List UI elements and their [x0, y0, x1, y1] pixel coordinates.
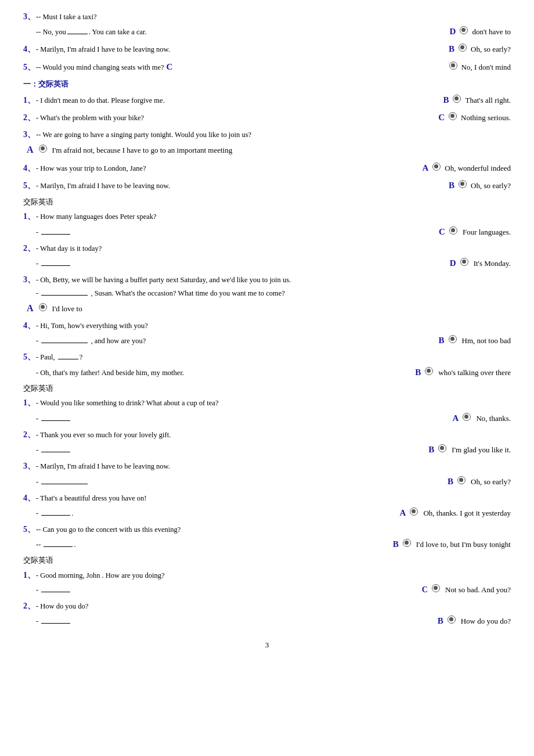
question-block: 5、 - Paul, ? - Oh, that's my father! And… — [23, 351, 511, 379]
answer-letter: C — [422, 584, 428, 596]
answer-text: Four languages. — [463, 226, 511, 239]
answer-letter: B — [393, 537, 399, 551]
radio-filled — [449, 62, 457, 70]
answer-letter: B — [438, 333, 444, 347]
q-text: - Oh, Betty, we will be having a buffet … — [36, 274, 511, 286]
blank — [41, 420, 70, 421]
question-block: 4、 - How was your trip to London, Jane? … — [23, 161, 511, 175]
q-text: - How many languages does Peter speak? — [36, 211, 511, 222]
radio-filled — [460, 26, 468, 34]
q-number: 1、 — [23, 569, 36, 582]
q-number: 4、 — [23, 492, 36, 505]
blank — [41, 592, 70, 592]
q-text: - — [36, 615, 435, 627]
q-text: - Hi, Tom, how's everything with you? — [36, 320, 511, 332]
answer-letter: B — [415, 365, 421, 379]
radio-filled — [457, 476, 466, 484]
q-text: - Thank you ever so much for your lovely… — [36, 429, 511, 441]
q-spacer — [23, 476, 36, 488]
radio-filled — [410, 507, 418, 516]
section-2: 交际英语 1、 - How many languages does Peter … — [23, 196, 511, 379]
q-line: 5、 - Marilyn, I'm afraid I have to be le… — [23, 178, 511, 192]
q-text: - Marilyn, I'm afraid I have to be leavi… — [36, 180, 446, 192]
q-line: 1、 - How many languages does Peter speak… — [23, 210, 511, 223]
section-1: 一：交际英语 1、 - I didn't mean to do that. Pl… — [23, 78, 511, 192]
q-spacer — [23, 615, 36, 628]
q-line: -- No, you. You can take a car. D don't … — [23, 24, 511, 38]
q-text: - — [36, 226, 436, 238]
answer-letter: D — [450, 256, 456, 270]
answer-text: I'm afraid not, because I have to go to … — [52, 145, 233, 157]
top-questions: 3、 -- Must I take a taxi? -- No, you. Yo… — [23, 10, 511, 74]
q-line: - . A Oh, thanks. I got it yesterday — [23, 506, 511, 520]
q-number: 1、 — [23, 94, 36, 107]
q-line: 4、 - Hi, Tom, how's everything with you? — [23, 319, 511, 332]
q-text: - Paul, ? — [36, 351, 511, 363]
answer-letter: A — [422, 161, 428, 175]
q-text: - How was your trip to London, Jane? — [36, 163, 420, 174]
q-line: - D It's Monday. — [23, 256, 511, 270]
q-line: - B Oh, so early? — [23, 474, 511, 488]
question-block: 2、 - What day is it today? - D It's Mond… — [23, 242, 511, 270]
q-spacer — [23, 26, 36, 38]
question-block: 3、 -- Must I take a taxi? -- No, you. Yo… — [23, 10, 511, 38]
answer-letter: A — [453, 411, 459, 425]
q-text: - I didn't mean to do that. Please forgi… — [36, 95, 441, 106]
answer-text: don't have to — [472, 26, 511, 38]
q-spacer — [23, 287, 36, 300]
q-number: 3、 — [23, 128, 36, 141]
blank — [41, 265, 70, 266]
q-text: -- Can you go to the concert with us thi… — [36, 524, 511, 535]
q-line: A I'm afraid not, because I have to go t… — [23, 142, 511, 157]
answer-letter: B — [428, 442, 434, 456]
question-block: 4、 - That's a beautiful dress you have o… — [23, 492, 511, 520]
radio-filled — [432, 163, 441, 171]
answer-text: Oh, thanks. I got it yesterday — [423, 507, 511, 520]
q-text: - — [36, 476, 445, 488]
blank — [41, 452, 70, 452]
q-spacer — [23, 584, 36, 596]
q-line: A I'd love to — [23, 301, 511, 316]
q-text: - — [36, 413, 418, 424]
answer-letter: B — [438, 614, 443, 628]
radio-filled — [459, 180, 467, 188]
q-line: 1、 - Good morning, John . How are you do… — [23, 569, 511, 582]
blank — [41, 343, 88, 343]
question-block: 5、 - Marilyn, I'm afraid I have to be le… — [23, 178, 511, 192]
question-block: 4、 - Hi, Tom, how's everything with you?… — [23, 319, 511, 347]
question-block: 1、 - Good morning, John . How are you do… — [23, 569, 511, 596]
q-number: 2、 — [23, 600, 36, 613]
radio-filled — [425, 367, 433, 375]
answer-letter: D — [450, 24, 456, 38]
q-line: 3、 -- We are going to have a singing par… — [23, 128, 511, 141]
q-number: 4、 — [23, 319, 36, 332]
answer-text: I'd love to — [52, 303, 82, 315]
q-line: - A No, thanks. — [23, 411, 511, 425]
answer-text: I'd love to, but I'm busy tonight — [416, 539, 511, 551]
radio-filled — [460, 258, 468, 266]
q-text: -- Would you mind changing seats with me… — [36, 60, 448, 74]
question-block: 3、 - Oh, Betty, we will be having a buff… — [23, 273, 511, 316]
q-text: - — [36, 258, 448, 269]
q-spacer — [23, 507, 36, 520]
q-spacer — [23, 413, 36, 425]
section-4: 交际英语 1、 - Good morning, John . How are y… — [23, 555, 511, 628]
q-line: 5、 - Paul, ? — [23, 351, 511, 363]
answer-letter: C — [167, 62, 173, 71]
answer-text: Oh, so early? — [471, 180, 511, 192]
q-text: -- No, you. You can take a car. — [36, 26, 448, 38]
question-block: 3、 - Marilyn, I'm afraid I have to be le… — [23, 460, 511, 488]
q-line: - C Not so bad. And you? — [23, 584, 511, 596]
q-line: - C Four languages. — [23, 225, 511, 239]
answer-text: Oh, so early? — [471, 44, 511, 56]
q-line: 1、 - I didn't mean to do that. Please fo… — [23, 93, 511, 107]
answer-letter: A — [27, 142, 34, 157]
section-title: 交际英语 — [23, 555, 511, 567]
q-number: 3、 — [23, 273, 36, 286]
q-text: - — [36, 584, 420, 596]
page-number: 3 — [23, 639, 511, 651]
q-number: 2、 — [23, 111, 36, 124]
radio-filled — [403, 539, 411, 547]
q-line: 2、 - What's the problem with your bike? … — [23, 110, 511, 124]
q-text: -- . — [36, 539, 323, 550]
